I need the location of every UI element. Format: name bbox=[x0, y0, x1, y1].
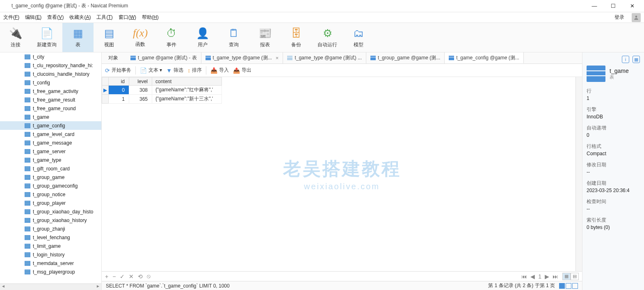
cell-id[interactable]: 0 bbox=[109, 86, 129, 95]
cell-level[interactable]: 365 bbox=[129, 95, 152, 104]
menu-a[interactable]: 收藏夹(A) bbox=[69, 14, 91, 21]
toolbar-查询[interactable]: 🗒查询 bbox=[218, 23, 249, 52]
table-t_clu_repository_handle_hi:[interactable]: t_clu_repository_handle_hi: bbox=[0, 61, 101, 70]
table-icon bbox=[25, 244, 30, 249]
table-t_free_game_result[interactable]: t_free_game_result bbox=[0, 95, 101, 104]
menu-t[interactable]: 工具(T) bbox=[96, 14, 112, 21]
column-header-id[interactable]: id bbox=[109, 77, 129, 86]
status-icon-2[interactable] bbox=[566, 283, 571, 289]
tab-0[interactable]: 对象 bbox=[102, 52, 126, 63]
tab-4[interactable]: t_group_game @game (测... bbox=[366, 52, 445, 63]
toolbar-视图[interactable]: ▤视图 bbox=[94, 23, 125, 52]
toolbar-自动运行[interactable]: ⚙自动运行 bbox=[312, 23, 343, 52]
table-t_limit_game[interactable]: t_limit_game bbox=[0, 242, 101, 250]
avatar-icon[interactable] bbox=[632, 13, 641, 22]
maximize-button[interactable]: ☐ bbox=[604, 0, 623, 12]
menu-w[interactable]: 窗口(W) bbox=[119, 14, 136, 21]
table-label: t_limit_game bbox=[33, 243, 61, 249]
filter-button[interactable]: ▼筛选 bbox=[166, 67, 183, 74]
cell-content[interactable]: {"gameName":"新十三水",' bbox=[152, 95, 222, 104]
table-t_game[interactable]: t_game bbox=[0, 113, 101, 121]
last-page-button[interactable]: ⏭ bbox=[553, 273, 558, 280]
prev-page-button[interactable]: ◀ bbox=[530, 273, 535, 280]
data-grid[interactable]: idlevelcontent▶0308{"gameName":"红中麻将",'1… bbox=[102, 77, 575, 271]
toolbar-连接[interactable]: 🔌连接 bbox=[0, 23, 31, 52]
toolbar-模型[interactable]: 🗂模型 bbox=[343, 23, 374, 52]
toolbar-表[interactable]: ▦表 bbox=[62, 23, 94, 52]
status-icon-3[interactable] bbox=[572, 283, 578, 289]
menu-v[interactable]: 查看(V) bbox=[47, 14, 64, 21]
next-page-button[interactable]: ▶ bbox=[545, 273, 549, 280]
login-link[interactable]: 登录 bbox=[614, 14, 624, 21]
cell-id[interactable]: 1 bbox=[109, 95, 129, 104]
table-t_gift_room_card[interactable]: t_gift_room_card bbox=[0, 164, 101, 173]
tab-2[interactable]: t_game_type @game (测...× bbox=[201, 52, 283, 63]
table-t_free_game_activity[interactable]: t_free_game_activity bbox=[0, 87, 101, 95]
tab-3[interactable]: t_game_type @game (测试) ... bbox=[283, 52, 366, 63]
table-t_msg_playergroup[interactable]: t_msg_playergroup bbox=[0, 267, 101, 276]
table-label: t_game_type bbox=[33, 157, 61, 163]
text-view-button[interactable]: 📄文本 ▾ bbox=[140, 67, 162, 74]
table-t_city[interactable]: t_city bbox=[0, 52, 101, 61]
table-t_game_config[interactable]: t_game_config bbox=[0, 121, 101, 130]
menu-f[interactable]: 文件(F) bbox=[3, 14, 19, 21]
table-t_group_xiaohao_history[interactable]: t_group_xiaohao_history bbox=[0, 216, 101, 224]
table-row[interactable]: ▶0308{"gameName":"红中麻将",' bbox=[102, 86, 222, 95]
table-t_config[interactable]: t_config bbox=[0, 78, 101, 87]
table-t_clucoins_handle_history[interactable]: t_clucoins_handle_history bbox=[0, 70, 101, 78]
close-icon[interactable]: × bbox=[276, 55, 279, 61]
table-t_memdata_server[interactable]: t_memdata_server bbox=[0, 259, 101, 267]
info-引擎: 引擎InnoDB bbox=[587, 106, 640, 120]
toolbar-icon: ▦ bbox=[73, 27, 83, 40]
begin-transaction-button[interactable]: ⟳开始事务 bbox=[105, 67, 131, 74]
table-t_game_type[interactable]: t_game_type bbox=[0, 156, 101, 164]
table-t_game_server[interactable]: t_game_server bbox=[0, 147, 101, 156]
sort-button[interactable]: ↕排序 bbox=[187, 67, 202, 74]
cancel-edit-button[interactable]: ✕ bbox=[129, 273, 134, 280]
menu-e[interactable]: 编辑(E) bbox=[25, 14, 41, 21]
table-t_group_game[interactable]: t_group_game bbox=[0, 173, 101, 181]
toolbar-备份[interactable]: 🗄备份 bbox=[281, 23, 312, 52]
tab-5[interactable]: t_game_config @game (测... bbox=[445, 52, 524, 63]
status-icon-1[interactable] bbox=[559, 283, 565, 289]
grid-scrollbar[interactable] bbox=[575, 77, 582, 271]
tab-1[interactable]: t_game @game (测试) - 表 bbox=[126, 52, 201, 63]
table-t_level_fenchang[interactable]: t_level_fenchang bbox=[0, 233, 101, 242]
table-t_group_gameconfig[interactable]: t_group_gameconfig bbox=[0, 181, 101, 190]
table-t_login_history[interactable]: t_login_history bbox=[0, 250, 101, 259]
toolbar-事件[interactable]: ⏱事件 bbox=[156, 23, 187, 52]
close-button[interactable]: ✕ bbox=[623, 0, 642, 12]
minimize-button[interactable]: — bbox=[585, 0, 604, 12]
table-t_group_xiaohao_day_histo[interactable]: t_group_xiaohao_day_histo bbox=[0, 207, 101, 216]
column-header-content[interactable]: content bbox=[152, 77, 222, 86]
table-t_game_level_card[interactable]: t_game_level_card bbox=[0, 130, 101, 138]
form-view-toggle[interactable]: ▤ bbox=[571, 273, 579, 280]
cell-level[interactable]: 308 bbox=[129, 86, 152, 95]
column-header-level[interactable]: level bbox=[129, 77, 152, 86]
first-page-button[interactable]: ⏮ bbox=[521, 273, 527, 280]
export-button[interactable]: 📤导出 bbox=[233, 67, 251, 74]
table-t_group_zhanji[interactable]: t_group_zhanji bbox=[0, 224, 101, 233]
record-status: 第 1 条记录 (共 2 条) 于第 1 页 bbox=[488, 282, 555, 289]
toolbar-用户[interactable]: 👤用户 bbox=[187, 23, 218, 52]
toolbar-新建查询[interactable]: 📄新建查询 bbox=[31, 23, 62, 52]
info-icon[interactable]: i bbox=[622, 56, 629, 63]
delete-row-button[interactable]: − bbox=[112, 273, 116, 280]
table-t_game_message[interactable]: t_game_message bbox=[0, 138, 101, 147]
table-t_group_player[interactable]: t_group_player bbox=[0, 199, 101, 207]
cell-content[interactable]: {"gameName":"红中麻将",' bbox=[152, 86, 222, 95]
add-row-button[interactable]: + bbox=[105, 273, 108, 280]
commit-button[interactable]: ✓ bbox=[120, 273, 125, 280]
grid-view-toggle[interactable]: ▦ bbox=[562, 273, 571, 280]
toolbar-函数[interactable]: f(x)函数 bbox=[125, 23, 156, 52]
toolbar-报表[interactable]: 📰报表 bbox=[249, 23, 281, 52]
stop-button[interactable]: ⦸ bbox=[147, 273, 151, 280]
table-t_free_game_round[interactable]: t_free_game_round bbox=[0, 104, 101, 113]
table-row[interactable]: 1365{"gameName":"新十三水",' bbox=[102, 95, 222, 104]
ddl-icon[interactable]: ▦ bbox=[633, 56, 640, 63]
table-t_group_notice[interactable]: t_group_notice bbox=[0, 190, 101, 199]
import-button[interactable]: 📥导入 bbox=[210, 67, 229, 74]
sidebar-scrollbar[interactable]: ◄► bbox=[0, 283, 101, 290]
refresh-button[interactable]: ⟲ bbox=[138, 273, 143, 280]
menu-h[interactable]: 帮助(H) bbox=[142, 14, 159, 21]
